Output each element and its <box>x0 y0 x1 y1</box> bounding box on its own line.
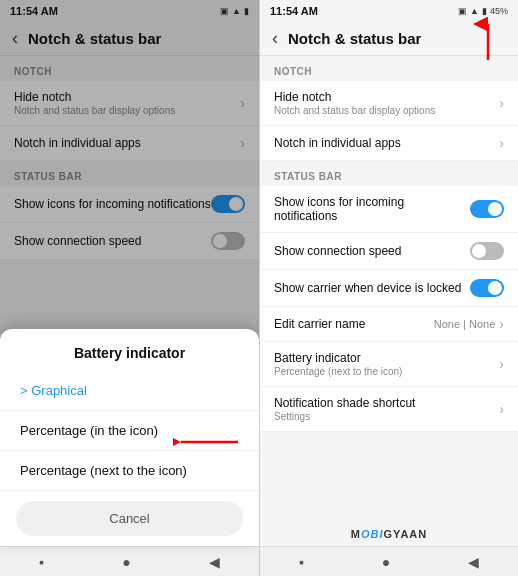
right-settings-content: NOTCH Hide notch Notch and status bar di… <box>260 56 518 546</box>
right-status-icons: ▣ ▲ ▮ 45% <box>458 6 508 16</box>
right-edit-carrier-chevron: › <box>499 316 504 332</box>
right-show-icons-item[interactable]: Show icons for incoming notifications <box>260 186 518 233</box>
right-battery-indicator-chevron: › <box>499 356 504 372</box>
right-notch-apps-chevron: › <box>499 135 504 151</box>
right-connection-speed-toggle[interactable] <box>470 242 504 260</box>
right-notification-shade-title: Notification shade shortcut <box>274 396 415 410</box>
right-battery-icon: ▮ <box>482 6 487 16</box>
right-edit-carrier-item[interactable]: Edit carrier name None | None › <box>260 307 518 342</box>
right-show-carrier-toggle[interactable] <box>470 279 504 297</box>
right-battery-percent: 45% <box>490 6 508 16</box>
right-status-bar: 11:54 AM ▣ ▲ ▮ 45% <box>260 0 518 22</box>
right-show-carrier-item[interactable]: Show carrier when device is locked <box>260 270 518 307</box>
battery-graphical-option[interactable]: Graphical <box>0 371 259 411</box>
right-nav-bar: ▪ ● ◀ <box>260 546 518 576</box>
mobigyaan-logo: MOBIGYAAN <box>260 528 518 540</box>
right-top-bar: ‹ Notch & status bar <box>260 22 518 56</box>
right-hide-notch-subtitle: Notch and status bar display options <box>274 105 435 116</box>
right-notch-apps-title: Notch in individual apps <box>274 136 401 150</box>
right-nav-back[interactable]: ◀ <box>454 550 493 574</box>
right-statusbar-header: STATUS BAR <box>260 161 518 186</box>
right-notch-apps-item[interactable]: Notch in individual apps › <box>260 126 518 161</box>
right-hide-notch-chevron: › <box>499 95 504 111</box>
right-connection-speed-title: Show connection speed <box>274 244 401 258</box>
right-battery-indicator-subtitle: Percentage (next to the icon) <box>274 366 402 377</box>
right-time: 11:54 AM <box>270 5 318 17</box>
right-notch-header: NOTCH <box>260 56 518 81</box>
right-edit-carrier-title: Edit carrier name <box>274 317 365 331</box>
right-notification-shade-chevron: › <box>499 401 504 417</box>
right-show-carrier-title: Show carrier when device is locked <box>274 281 461 295</box>
right-nav-square[interactable]: ▪ <box>285 550 318 574</box>
right-show-icons-title: Show icons for incoming notifications <box>274 195 470 223</box>
battery-percentage-next-option[interactable]: Percentage (next to the icon) <box>0 451 259 491</box>
right-page-title: Notch & status bar <box>288 30 421 47</box>
right-nav-circle[interactable]: ● <box>368 550 404 574</box>
battery-cancel-button[interactable]: Cancel <box>16 501 243 536</box>
right-battery-indicator-title: Battery indicator <box>274 351 402 365</box>
right-hide-notch-title: Hide notch <box>274 90 435 104</box>
right-show-icons-toggle[interactable] <box>470 200 504 218</box>
left-nav-bar: ▪ ● ◀ <box>0 546 259 576</box>
right-sim-icon: ▣ <box>458 6 467 16</box>
battery-dialog: Battery indicator Graphical Percentage (… <box>0 329 259 546</box>
left-nav-back[interactable]: ◀ <box>195 550 234 574</box>
right-connection-speed-item[interactable]: Show connection speed <box>260 233 518 270</box>
right-panel: 11:54 AM ▣ ▲ ▮ 45% ‹ Notch & status bar … <box>259 0 518 576</box>
left-nav-square[interactable]: ▪ <box>25 550 58 574</box>
right-notification-shade-subtitle: Settings <box>274 411 415 422</box>
left-nav-circle[interactable]: ● <box>108 550 144 574</box>
right-wifi-icon: ▲ <box>470 6 479 16</box>
right-battery-indicator-item[interactable]: Battery indicator Percentage (next to th… <box>260 342 518 387</box>
right-notification-shade-item[interactable]: Notification shade shortcut Settings › <box>260 387 518 432</box>
battery-dialog-title: Battery indicator <box>0 343 259 371</box>
left-panel: 11:54 AM ▣ ▲ ▮ ‹ Notch & status bar NOTC… <box>0 0 259 576</box>
right-back-button[interactable]: ‹ <box>272 28 278 49</box>
right-edit-carrier-value: None | None <box>434 318 496 330</box>
right-hide-notch-item[interactable]: Hide notch Notch and status bar display … <box>260 81 518 126</box>
battery-percentage-icon-option[interactable]: Percentage (in the icon) <box>0 411 259 451</box>
